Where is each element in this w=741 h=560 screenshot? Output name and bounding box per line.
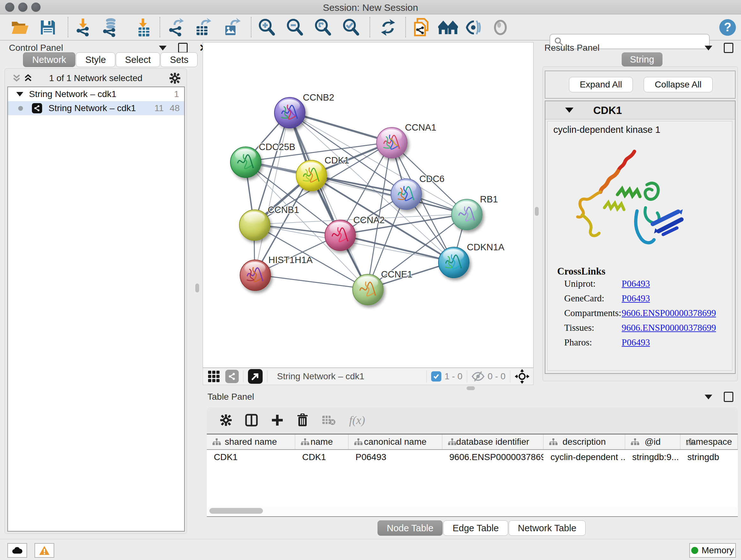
column-header-canonical-name[interactable]: canonical name [348,435,442,449]
network-collection-row[interactable]: String Network – cdk1 1 [8,87,184,101]
title-bar: Session: New Session [0,0,741,14]
export-table-button[interactable] [193,17,213,37]
column-label: shared name [225,437,277,447]
open-session-button[interactable] [10,17,30,37]
selected-checkbox-icon[interactable] [431,371,441,381]
protein-entry-panel: CDK1 cyclin-dependent kinase 1 [545,101,736,374]
warning-icon [39,546,50,555]
import-table-file-button[interactable] [133,17,154,37]
column-header-name[interactable]: name [295,435,348,449]
left-splitter-handle[interactable] [195,284,199,293]
table-cell: cyclin-dependent ... [543,450,625,464]
table-panel-menu-icon[interactable] [704,395,712,399]
node-ccnb1[interactable] [239,209,270,241]
import-network-file-button[interactable] [73,17,93,37]
tab-string[interactable]: String [622,52,663,66]
control-panel-float-icon[interactable] [178,43,188,53]
column-label: name [311,437,333,447]
clone-network-button[interactable] [411,17,431,37]
node-ccne1[interactable] [352,274,384,305]
refresh-view-button[interactable] [378,17,398,37]
hide-graphics-details-button[interactable] [463,17,484,37]
grid-view-icon[interactable] [207,370,220,383]
expand-all-button[interactable]: Expand All [569,77,633,92]
tab-select[interactable]: Select [116,52,160,67]
export-image-button[interactable] [221,17,242,37]
table-options-gear-icon[interactable] [220,415,232,426]
protein-structure-thumbnail [452,199,481,228]
memory-button[interactable]: Memory [689,543,736,558]
network-canvas[interactable]: CCNB2CCNA1CDC25BCDK1CDC6RB1CCNB1CCNA2CDK… [203,42,534,368]
column-header--id[interactable]: @id [625,435,680,449]
export-network-button[interactable] [165,17,186,37]
tree-expand-caret-icon[interactable] [16,92,23,97]
node-cdk1[interactable] [296,160,327,191]
detach-view-icon[interactable] [248,369,263,384]
home-layout-button[interactable] [438,17,458,37]
birds-eye-view-button[interactable] [490,17,511,37]
table-row[interactable]: CDK1CDK1P064939606.ENSP00000378699cyclin… [207,450,738,464]
protein-entry-header[interactable]: CDK1 [545,101,735,119]
tab-sets[interactable]: Sets [160,52,198,67]
show-columns-icon[interactable] [245,414,258,427]
string-network-icon [32,103,42,113]
node-rb1[interactable] [451,199,482,230]
results-panel-menu-icon[interactable] [704,46,712,51]
toolbar-separator [369,17,370,37]
column-header-namespace[interactable]: namespace [680,435,738,449]
scrollbar-thumb[interactable] [209,508,263,514]
hidden-eye-icon[interactable] [472,371,484,382]
control-panel-menu-icon[interactable] [159,46,166,51]
tab-network-table[interactable]: Network Table [509,520,586,536]
crosslink-link[interactable]: P06493 [622,278,650,289]
network-options-gear-icon[interactable] [170,73,180,84]
edge-hist1h1a-ccne1[interactable] [255,274,367,289]
crosslink-link[interactable]: 9606.ENSP00000378699 [622,308,716,318]
tab-style[interactable]: Style [76,52,115,67]
column-header-shared-name[interactable]: shared name [207,435,295,449]
table-panel-float-icon[interactable] [724,392,733,402]
results-panel-float-icon[interactable] [724,43,733,53]
node-cdc6[interactable] [391,179,422,210]
cloud-status-button[interactable] [7,543,27,558]
crosslink-link[interactable]: 9606.ENSP00000378699 [622,322,716,333]
node-ccna2[interactable] [325,220,356,251]
fit-content-crosshair-icon[interactable] [515,369,529,384]
help-button[interactable]: ? [718,17,738,37]
zoom-in-button[interactable] [257,17,277,37]
node-cdc25b[interactable] [230,146,261,178]
bottom-splitter-handle[interactable] [467,386,475,390]
collapse-all-button[interactable]: Collapse All [644,77,713,92]
right-splitter-handle[interactable] [535,207,539,216]
node-hist1h1a[interactable] [240,260,271,291]
table-horizontal-scrollbar[interactable] [207,507,737,515]
network-thumbnail-icon[interactable] [225,370,239,383]
delete-table-icon [322,415,336,426]
save-session-button[interactable] [38,17,58,37]
node-ccna1[interactable] [376,127,408,159]
main-toolbar: ? [0,14,741,41]
column-header-database-identifier[interactable]: database identifier [442,435,543,449]
network-row[interactable]: String Network – cdk1 11 48 [8,101,184,115]
node-label-hist1h1a: HIST1H1A [268,255,313,265]
tab-network[interactable]: Network [23,52,75,67]
zoom-selected-button[interactable] [341,17,361,37]
warnings-button[interactable] [35,543,54,558]
crosslink-link[interactable]: P06493 [622,337,650,348]
node-ccnb2[interactable] [274,97,306,128]
crosslink-link[interactable]: P06493 [622,293,650,304]
edge-ccna2-cdkn1a[interactable] [340,235,453,262]
delete-column-icon[interactable] [297,414,308,427]
zoom-out-button[interactable] [285,17,305,37]
column-header-description[interactable]: description [543,435,625,449]
column-label: description [562,437,606,447]
node-cdkn1a[interactable] [438,247,469,278]
entry-collapse-caret-icon[interactable] [565,108,574,113]
tab-node-table[interactable]: Node Table [378,520,443,536]
edge-ccnb2-hist1h1a[interactable] [255,112,289,274]
add-column-icon[interactable] [271,414,283,426]
tab-edge-table[interactable]: Edge Table [443,520,508,536]
import-network-database-button[interactable] [100,17,121,37]
zoom-fit-button[interactable] [313,17,333,37]
control-panel-title: Control Panel [9,43,63,53]
